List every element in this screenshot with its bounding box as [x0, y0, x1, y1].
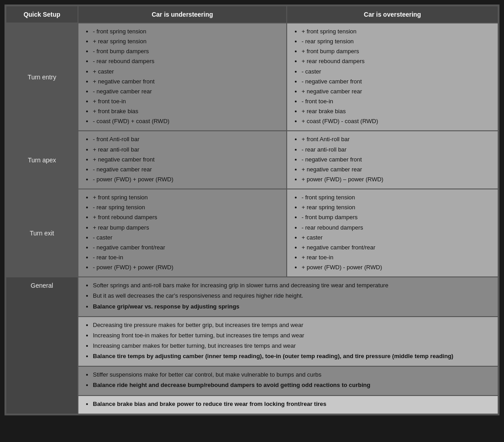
- list-item: - rear spring tension: [302, 37, 492, 46]
- list-item: + rear anti-roll bar: [93, 145, 281, 154]
- general-list-item: Increasing camber makes for better turni…: [93, 341, 492, 350]
- general-list-item: Balance brake bias and brake power to re…: [93, 400, 492, 409]
- list-item: - rear anti-roll bar: [302, 145, 492, 154]
- general-list-item: Softer springs and anti-roll bars make f…: [93, 281, 492, 290]
- list-item: + negative camber front/rear: [302, 243, 492, 252]
- general-note-3: Balance brake bias and brake power to re…: [78, 396, 498, 414]
- list-item: + rear bump dampers: [93, 223, 281, 232]
- header-understeer: Car is understeering: [78, 6, 287, 23]
- list-item: + power (FWD) - power (RWD): [302, 263, 492, 272]
- row-label-1: Turn apex: [6, 131, 78, 189]
- list-item: - caster: [93, 233, 281, 242]
- list-item: + front spring tension: [302, 27, 492, 36]
- list-item: + negative camber rear: [302, 87, 492, 96]
- list-item: + caster: [302, 233, 492, 242]
- list-item: + front bump dampers: [302, 47, 492, 56]
- understeer-cell-0: - front spring tension+ rear spring tens…: [78, 23, 287, 131]
- list-item: - power (FWD) + power (RWD): [93, 263, 281, 272]
- oversteer-cell-0: + front spring tension- rear spring tens…: [287, 23, 498, 131]
- list-item: - front toe-in: [302, 97, 492, 106]
- list-item: + negative camber front: [93, 77, 281, 86]
- list-item: + negative camber front: [93, 155, 281, 164]
- general-note-2: Stiffer suspensions make for better car …: [78, 366, 498, 395]
- list-item: + front toe-in: [93, 97, 281, 106]
- general-note-0: Softer springs and anti-roll bars make f…: [78, 277, 498, 316]
- list-item: + front Anti-roll bar: [302, 135, 492, 144]
- list-item: + rear toe-in: [302, 253, 492, 262]
- list-item: - power (FWD) + power (RWD): [93, 175, 281, 184]
- list-item: - negative camber rear: [93, 165, 281, 174]
- list-item: - rear spring tension: [93, 203, 281, 212]
- list-item: - negative camber front: [302, 77, 492, 86]
- header-oversteer: Car is oversteering: [287, 6, 498, 23]
- general-label: General: [6, 277, 78, 414]
- list-item: + negative camber rear: [302, 165, 492, 174]
- list-item: + rear spring tension: [302, 203, 492, 212]
- general-list-item: Balance tire temps by adjusting camber (…: [93, 352, 492, 361]
- row-label-0: Turn entry: [6, 23, 78, 131]
- list-item: + front spring tension: [93, 193, 281, 202]
- general-note-1: Decreasing tire pressure makes for bette…: [78, 317, 498, 367]
- list-item: - negative camber front/rear: [93, 243, 281, 252]
- list-item: + caster: [93, 67, 281, 76]
- list-item: - rear rebound dampers: [302, 223, 492, 232]
- oversteer-cell-2: - front spring tension+ rear spring tens…: [287, 189, 498, 277]
- oversteer-cell-1: + front Anti-roll bar- rear anti-roll ba…: [287, 131, 498, 189]
- list-item: - front bump dampers: [302, 213, 492, 222]
- list-item: - rear rebound dampers: [93, 57, 281, 66]
- understeer-cell-2: + front spring tension- rear spring tens…: [78, 189, 287, 277]
- list-item: - front spring tension: [302, 193, 492, 202]
- list-item: - coast (FWD) + coast (RWD): [93, 117, 281, 126]
- list-item: - front spring tension: [93, 27, 281, 36]
- main-table-wrapper: Quick Setup Car is understeering Car is …: [5, 5, 499, 415]
- list-item: - caster: [302, 67, 492, 76]
- general-list-item: Decreasing tire pressure makes for bette…: [93, 321, 492, 330]
- list-item: + rear rebound dampers: [302, 57, 492, 66]
- general-list-item: But it as well decreases the car's respo…: [93, 291, 492, 300]
- list-item: + rear spring tension: [93, 37, 281, 46]
- list-item: - negative camber front: [302, 155, 492, 164]
- general-list-item: Increasing front toe-in makes for better…: [93, 331, 492, 340]
- general-list-item: Balance grip/wear vs. response by adjust…: [93, 302, 492, 311]
- list-item: - rear toe-in: [93, 253, 281, 262]
- header-quick-setup: Quick Setup: [6, 6, 78, 23]
- list-item: + coast (FWD) - coast (RWD): [302, 117, 492, 126]
- general-list-item: Balance ride height and decrease bump/re…: [93, 381, 492, 390]
- general-list-item: Stiffer suspensions make for better car …: [93, 370, 492, 379]
- list-item: + rear brake bias: [302, 107, 492, 116]
- list-item: + power (FWD) – power (RWD): [302, 175, 492, 184]
- understeer-cell-1: - front Anti-roll bar+ rear anti-roll ba…: [78, 131, 287, 189]
- row-label-2: Turn exit: [6, 189, 78, 277]
- list-item: - negative camber rear: [93, 87, 281, 96]
- list-item: - front Anti-roll bar: [93, 135, 281, 144]
- list-item: + front brake bias: [93, 107, 281, 116]
- list-item: + front rebound dampers: [93, 213, 281, 222]
- list-item: - front bump dampers: [93, 47, 281, 56]
